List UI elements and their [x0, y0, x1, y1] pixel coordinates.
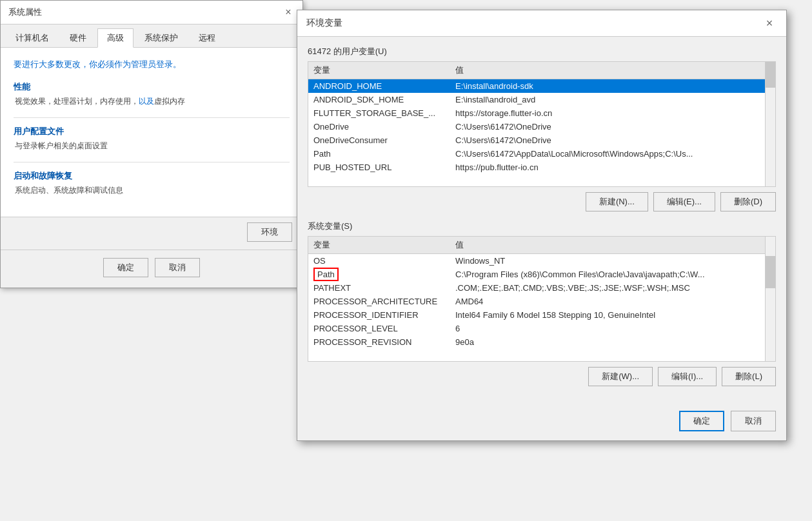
table-row[interactable]: Path C:\Users\61472\AppData\Local\Micros… — [308, 147, 775, 161]
tab-hardware[interactable]: 硬件 — [60, 28, 96, 47]
user-var-name: PUB_HOSTED_URL — [308, 161, 450, 174]
sys-dialog-content: 要进行大多数更改，你必须作为管理员登录。 性能 视觉效果，处理器计划，内存使用，… — [1, 48, 302, 217]
user-vars-label: 61472 的用户变量(U) — [308, 46, 776, 57]
perf-section-title: 性能 — [14, 81, 290, 93]
table-row[interactable]: PROCESSOR_LEVEL 6 — [308, 322, 775, 335]
table-row[interactable]: PROCESSOR_REVISION 9e0a — [308, 335, 775, 349]
sys-btn-row: 新建(W)... 编辑(I)... 删除(L) — [308, 367, 776, 386]
user-var-name: FLUTTER_STORAGE_BASE_... — [308, 106, 450, 120]
table-row[interactable]: PUB_HOSTED_URL https://pub.flutter-io.cn — [308, 161, 775, 174]
user-var-name: Path — [308, 147, 450, 161]
sys-var-value: Windows_NT — [450, 254, 775, 268]
sys-notice: 要进行大多数更改，你必须作为管理员登录。 — [14, 58, 290, 71]
table-row[interactable]: OneDriveConsumer C:\Users\61472\OneDrive — [308, 133, 775, 147]
sys-new-button[interactable]: 新建(W)... — [588, 367, 653, 386]
user-delete-button[interactable]: 删除(D) — [720, 192, 776, 211]
user-new-button[interactable]: 新建(N)... — [586, 192, 648, 211]
tab-remote[interactable]: 远程 — [189, 28, 225, 47]
sys-var-value: .COM;.EXE;.BAT;.CMD;.VBS;.VBE;.JS;.JSE;.… — [450, 281, 775, 295]
sys-vars-table: 变量 值 OS Windows_NT Path C:\Program Files… — [308, 237, 775, 349]
sys-ok-button[interactable]: 确定 — [103, 258, 148, 277]
sys-var-name: OS — [308, 254, 450, 268]
profile-section-desc: 与登录帐户相关的桌面设置 — [14, 140, 290, 152]
tab-computer-name[interactable]: 计算机名 — [6, 28, 59, 47]
user-vars-table: 变量 值 ANDROID_HOME E:\install\android-sdk… — [308, 62, 775, 174]
user-var-name: ANDROID_SDK_HOME — [308, 93, 450, 106]
profile-section-title: 用户配置文件 — [14, 126, 290, 137]
table-row[interactable]: FLUTTER_STORAGE_BASE_... https://storage… — [308, 106, 775, 120]
sys-edit-button[interactable]: 编辑(I)... — [658, 367, 717, 386]
env-footer: 确定 取消 — [297, 404, 786, 440]
user-table-scrollbar[interactable] — [765, 62, 775, 186]
path-highlighted: Path — [313, 268, 339, 281]
sys-col-var: 变量 — [308, 237, 450, 254]
user-edit-button[interactable]: 编辑(E)... — [653, 192, 715, 211]
sys-table-scrollbar[interactable] — [765, 237, 775, 361]
sys-vars-label: 系统变量(S) — [308, 221, 776, 232]
tab-system-protection[interactable]: 系统保护 — [135, 28, 188, 47]
sys-var-name: PROCESSOR_ARCHITECTURE — [308, 295, 450, 308]
sys-var-value: C:\Program Files (x86)\Common Files\Orac… — [450, 268, 775, 281]
sys-var-name: PROCESSOR_LEVEL — [308, 322, 450, 335]
env-dialog-content: 61472 的用户变量(U) 变量 值 ANDROID_HOME E:\inst… — [297, 37, 786, 404]
user-var-value: E:\install\android-sdk — [450, 79, 775, 93]
user-var-value: E:\install\android_avd — [450, 93, 775, 106]
perf-section-desc: 视觉效果，处理器计划，内存使用，以及虚拟内存 — [14, 95, 290, 107]
table-row[interactable]: ANDROID_SDK_HOME E:\install\android_avd — [308, 93, 775, 106]
env-cancel-button[interactable]: 取消 — [731, 411, 776, 431]
system-properties-dialog: 系统属性 × 计算机名 硬件 高级 系统保护 远程 要进行大多数更改，你必须作为… — [0, 0, 303, 288]
table-row[interactable]: ANDROID_HOME E:\install\android-sdk — [308, 79, 775, 93]
table-row[interactable]: Path C:\Program Files (x86)\Common Files… — [308, 268, 775, 281]
user-btn-row: 新建(N)... 编辑(E)... 删除(D) — [308, 192, 776, 211]
sys-delete-button[interactable]: 删除(L) — [722, 367, 776, 386]
sys-var-name: PATHEXT — [308, 281, 450, 295]
tab-advanced[interactable]: 高级 — [97, 28, 134, 48]
sys-dialog-title: 系统属性 — [8, 6, 42, 18]
sys-vars-table-container: 变量 值 OS Windows_NT Path C:\Program Files… — [308, 236, 776, 362]
user-var-value: C:\Users\61472\AppData\Local\Microsoft\W… — [450, 147, 775, 161]
user-col-var: 变量 — [308, 62, 450, 79]
table-row[interactable]: OS Windows_NT — [308, 254, 775, 268]
user-var-value: https://pub.flutter-io.cn — [450, 161, 775, 174]
sys-var-name: PROCESSOR_IDENTIFIER — [308, 308, 450, 322]
user-var-value: C:\Users\61472\OneDrive — [450, 133, 775, 147]
env-variables-dialog: 环境变量 × 61472 的用户变量(U) 变量 值 ANDROID_HOME … — [297, 10, 787, 441]
sys-scrollbar-thumb — [766, 256, 775, 288]
perf-link[interactable]: 以及 — [139, 97, 154, 106]
sys-var-value: AMD64 — [450, 295, 775, 308]
sys-tabs: 计算机名 硬件 高级 系统保护 远程 — [1, 25, 302, 48]
user-var-name: OneDrive — [308, 120, 450, 133]
sys-footer: 确定 取消 — [1, 250, 302, 288]
env-title-bar: 环境变量 × — [297, 10, 786, 37]
user-var-name: OneDriveConsumer — [308, 133, 450, 147]
sys-var-name: Path — [308, 268, 450, 281]
user-var-name: ANDROID_HOME — [308, 79, 450, 93]
sys-var-value: Intel64 Family 6 Model 158 Stepping 10, … — [450, 308, 775, 322]
startup-section-desc: 系统启动、系统故障和调试信息 — [14, 184, 290, 196]
user-col-val: 值 — [450, 62, 775, 79]
sys-col-val: 值 — [450, 237, 775, 254]
sys-var-name: PROCESSOR_REVISION — [308, 335, 450, 349]
env-button[interactable]: 环境 — [247, 222, 292, 242]
env-close-button[interactable]: × — [762, 15, 777, 31]
user-scrollbar-thumb — [766, 62, 775, 88]
env-dialog-title: 环境变量 — [306, 17, 342, 29]
sys-title-bar: 系统属性 × — [1, 1, 302, 25]
sys-cancel-button[interactable]: 取消 — [155, 258, 200, 277]
user-var-value: C:\Users\61472\OneDrive — [450, 120, 775, 133]
startup-section-title: 启动和故障恢复 — [14, 170, 290, 182]
table-row[interactable]: PROCESSOR_IDENTIFIER Intel64 Family 6 Mo… — [308, 308, 775, 322]
sys-close-button[interactable]: × — [282, 6, 295, 19]
table-row[interactable]: PATHEXT .COM;.EXE;.BAT;.CMD;.VBS;.VBE;.J… — [308, 281, 775, 295]
table-row[interactable]: PROCESSOR_ARCHITECTURE AMD64 — [308, 295, 775, 308]
sys-notice-text: 要进行大多数更改，你必须作为管理员登录。 — [14, 59, 181, 69]
table-row[interactable]: OneDrive C:\Users\61472\OneDrive — [308, 120, 775, 133]
sys-var-value: 9e0a — [450, 335, 775, 349]
env-ok-button[interactable]: 确定 — [679, 411, 724, 431]
user-var-value: https://storage.flutter-io.cn — [450, 106, 775, 120]
sys-var-value: 6 — [450, 322, 775, 335]
user-vars-table-container: 变量 值 ANDROID_HOME E:\install\android-sdk… — [308, 61, 776, 187]
